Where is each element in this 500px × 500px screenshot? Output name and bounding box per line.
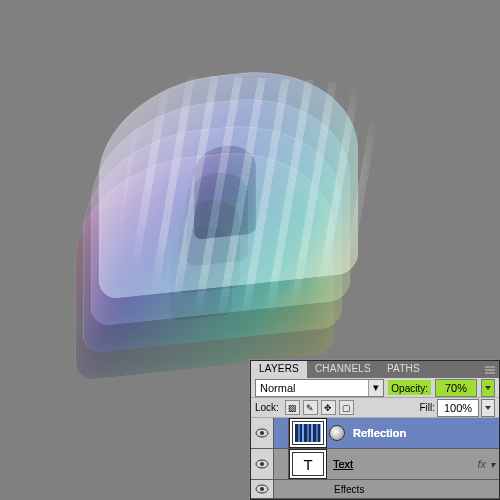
blend-mode-select[interactable]: Normal ▾ bbox=[255, 379, 384, 397]
fill-value: 100% bbox=[444, 402, 472, 414]
panel-menu-icon[interactable] bbox=[481, 361, 499, 378]
opacity-label: Opacity: bbox=[388, 380, 431, 395]
fill-stepper-icon[interactable] bbox=[481, 399, 495, 417]
lock-fill-row: Lock: ▨ ✎ ✥ ▢ Fill: 100% bbox=[251, 398, 499, 418]
svg-point-3 bbox=[260, 462, 264, 466]
blend-mode-value: Normal bbox=[260, 382, 295, 394]
lock-image-icon[interactable]: ✎ bbox=[303, 400, 318, 415]
chevron-down-icon[interactable]: ▾ bbox=[490, 459, 495, 470]
layer-name[interactable]: Text bbox=[327, 458, 353, 470]
fill-label: Fill: bbox=[419, 402, 435, 413]
text-layer-thumbnail[interactable]: T bbox=[292, 452, 324, 476]
svg-point-5 bbox=[260, 487, 264, 491]
tab-paths[interactable]: PATHS bbox=[379, 361, 428, 378]
layer-row-reflection[interactable]: Reflection bbox=[251, 418, 499, 449]
layer-list: Reflection T Text fx ▾ bbox=[251, 418, 499, 499]
blend-opacity-row: Normal ▾ Opacity: 70% bbox=[251, 378, 499, 398]
tab-channels[interactable]: CHANNELS bbox=[307, 361, 379, 378]
panel-tabs: LAYERS CHANNELS PATHS bbox=[251, 361, 499, 378]
lock-label: Lock: bbox=[255, 402, 279, 413]
lock-position-icon[interactable]: ✥ bbox=[321, 400, 336, 415]
opacity-stepper-icon[interactable] bbox=[481, 379, 495, 397]
layer-row-text[interactable]: T Text fx ▾ bbox=[251, 449, 499, 480]
chevron-down-icon: ▾ bbox=[368, 380, 383, 396]
lock-all-icon[interactable]: ▢ bbox=[339, 400, 354, 415]
svg-point-1 bbox=[260, 431, 264, 435]
effects-label: Effects bbox=[328, 484, 364, 495]
layer-thumbnail[interactable] bbox=[292, 421, 324, 445]
visibility-toggle[interactable] bbox=[251, 418, 274, 448]
fx-badge: fx bbox=[477, 458, 486, 470]
smart-filter-mask-icon[interactable] bbox=[329, 425, 345, 441]
lock-transparency-icon[interactable]: ▨ bbox=[285, 400, 300, 415]
visibility-toggle[interactable] bbox=[251, 480, 274, 498]
fill-field[interactable]: 100% bbox=[437, 399, 479, 417]
opacity-field[interactable]: 70% bbox=[435, 379, 477, 397]
layers-panel: LAYERS CHANNELS PATHS Normal ▾ Opacity: … bbox=[250, 360, 500, 500]
opacity-value: 70% bbox=[445, 382, 467, 394]
layer-name[interactable]: Reflection bbox=[347, 427, 406, 439]
visibility-toggle[interactable] bbox=[251, 449, 274, 479]
tab-layers[interactable]: LAYERS bbox=[251, 361, 307, 378]
link-column bbox=[274, 418, 289, 448]
link-column bbox=[274, 449, 289, 479]
effects-row[interactable]: Effects bbox=[251, 480, 499, 499]
